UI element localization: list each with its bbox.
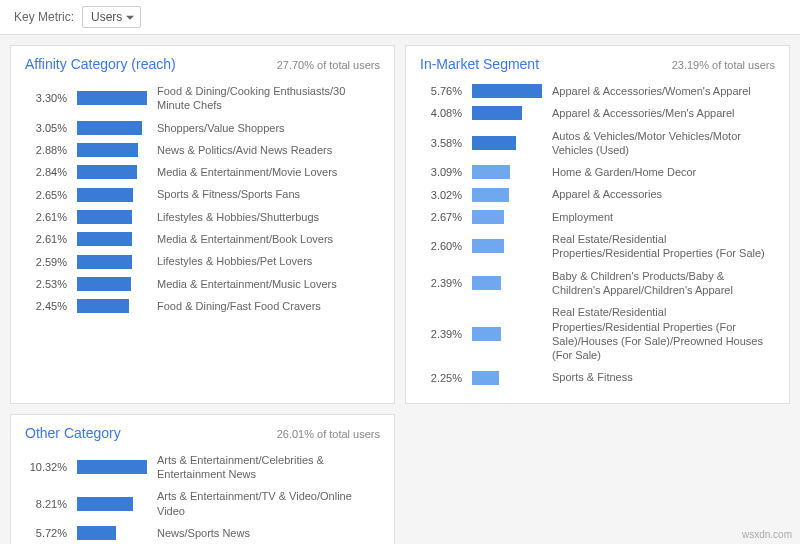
row-bar: [77, 526, 116, 540]
row-bar-slot: [77, 255, 147, 269]
other-header: Other Category 26.01% of total users: [25, 425, 380, 441]
row-bar-slot: [472, 276, 542, 290]
row-label: Lifestyles & Hobbies/Shutterbugs: [157, 210, 319, 224]
watermark: wsxdn.com: [742, 529, 792, 540]
list-item[interactable]: 2.39%Real Estate/Residential Properties/…: [420, 301, 775, 366]
row-percent: 3.02%: [420, 189, 462, 201]
row-bar: [472, 327, 501, 341]
list-item[interactable]: 2.45%Food & Dining/Fast Food Cravers: [25, 295, 380, 317]
list-item[interactable]: 3.02%Apparel & Accessories: [420, 183, 775, 205]
list-item[interactable]: 2.25%Sports & Fitness: [420, 366, 775, 388]
row-bar: [472, 276, 501, 290]
row-bar-slot: [77, 188, 147, 202]
list-item[interactable]: 2.60%Real Estate/Residential Properties/…: [420, 228, 775, 265]
inmarket-rows: 5.76%Apparel & Accessories/Women's Appar…: [420, 80, 775, 389]
row-label: Apparel & Accessories/Women's Apparel: [552, 84, 751, 98]
row-percent: 3.05%: [25, 122, 67, 134]
row-bar-slot: [77, 526, 147, 540]
list-item[interactable]: 2.59%Lifestyles & Hobbies/Pet Lovers: [25, 250, 380, 272]
row-percent: 2.59%: [25, 256, 67, 268]
list-item[interactable]: 3.58%Autos & Vehicles/Motor Vehicles/Mot…: [420, 125, 775, 162]
row-percent: 2.53%: [25, 278, 67, 290]
panels-grid: Affinity Category (reach) 27.70% of tota…: [0, 35, 800, 544]
row-label: Real Estate/Residential Properties/Resid…: [552, 305, 775, 362]
row-label: Shoppers/Value Shoppers: [157, 121, 285, 135]
list-item[interactable]: 10.32%Arts & Entertainment/Celebrities &…: [25, 449, 380, 486]
row-percent: 10.32%: [25, 461, 67, 473]
row-percent: 3.09%: [420, 166, 462, 178]
list-item[interactable]: 4.08%Apparel & Accessories/Men's Apparel: [420, 102, 775, 124]
row-bar-slot: [77, 165, 147, 179]
key-metric-dropdown[interactable]: Users: [82, 6, 141, 28]
row-percent: 2.60%: [420, 240, 462, 252]
row-percent: 2.39%: [420, 328, 462, 340]
other-total: 26.01% of total users: [277, 428, 380, 440]
list-item[interactable]: 3.05%Shoppers/Value Shoppers: [25, 117, 380, 139]
row-label: Real Estate/Residential Properties/Resid…: [552, 232, 775, 261]
row-percent: 2.39%: [420, 277, 462, 289]
row-label: Apparel & Accessories: [552, 187, 662, 201]
row-label: Sports & Fitness: [552, 370, 633, 384]
row-bar: [77, 460, 147, 474]
row-bar: [472, 210, 504, 224]
row-label: Media & Entertainment/Movie Lovers: [157, 165, 337, 179]
row-bar-slot: [472, 327, 542, 341]
list-item[interactable]: 3.09%Home & Garden/Home Decor: [420, 161, 775, 183]
row-label: News/Sports News: [157, 526, 250, 540]
row-bar: [472, 371, 499, 385]
affinity-header: Affinity Category (reach) 27.70% of tota…: [25, 56, 380, 72]
row-percent: 2.88%: [25, 144, 67, 156]
affinity-title[interactable]: Affinity Category (reach): [25, 56, 176, 72]
list-item[interactable]: 8.21%Arts & Entertainment/TV & Video/Onl…: [25, 485, 380, 522]
row-bar-slot: [77, 91, 147, 105]
list-item[interactable]: 2.88%News & Politics/Avid News Readers: [25, 139, 380, 161]
list-item[interactable]: 2.65%Sports & Fitness/Sports Fans: [25, 183, 380, 205]
affinity-panel: Affinity Category (reach) 27.70% of tota…: [10, 45, 395, 404]
list-item[interactable]: 2.39%Baby & Children's Products/Baby & C…: [420, 265, 775, 302]
list-item[interactable]: 2.53%Media & Entertainment/Music Lovers: [25, 273, 380, 295]
list-item[interactable]: 2.61%Media & Entertainment/Book Lovers: [25, 228, 380, 250]
row-bar: [77, 188, 133, 202]
row-bar: [77, 497, 133, 511]
row-bar-slot: [472, 136, 542, 150]
row-label: Apparel & Accessories/Men's Apparel: [552, 106, 734, 120]
list-item[interactable]: 2.84%Media & Entertainment/Movie Lovers: [25, 161, 380, 183]
row-percent: 2.61%: [25, 211, 67, 223]
row-label: Baby & Children's Products/Baby & Childr…: [552, 269, 775, 298]
row-bar: [472, 188, 509, 202]
row-label: Employment: [552, 210, 613, 224]
row-label: Sports & Fitness/Sports Fans: [157, 187, 300, 201]
row-bar: [77, 143, 138, 157]
row-bar-slot: [77, 143, 147, 157]
row-label: Food & Dining/Cooking Enthusiasts/30 Min…: [157, 84, 380, 113]
row-bar: [77, 299, 129, 313]
row-percent: 8.21%: [25, 498, 67, 510]
row-bar-slot: [472, 84, 542, 98]
list-item[interactable]: 5.72%News/Sports News: [25, 522, 380, 544]
row-percent: 2.84%: [25, 166, 67, 178]
row-bar-slot: [472, 165, 542, 179]
row-label: Food & Dining/Fast Food Cravers: [157, 299, 321, 313]
row-label: Autos & Vehicles/Motor Vehicles/Motor Ve…: [552, 129, 775, 158]
row-bar: [77, 232, 132, 246]
row-bar: [77, 165, 137, 179]
row-percent: 4.08%: [420, 107, 462, 119]
row-bar-slot: [77, 210, 147, 224]
row-label: News & Politics/Avid News Readers: [157, 143, 332, 157]
list-item[interactable]: 2.67%Employment: [420, 206, 775, 228]
list-item[interactable]: 3.30%Food & Dining/Cooking Enthusiasts/3…: [25, 80, 380, 117]
row-label: Media & Entertainment/Book Lovers: [157, 232, 333, 246]
row-bar: [77, 277, 131, 291]
row-bar-slot: [472, 188, 542, 202]
inmarket-title[interactable]: In-Market Segment: [420, 56, 539, 72]
row-bar-slot: [77, 460, 147, 474]
row-label: Arts & Entertainment/TV & Video/Online V…: [157, 489, 380, 518]
other-title[interactable]: Other Category: [25, 425, 121, 441]
row-percent: 3.30%: [25, 92, 67, 104]
affinity-total: 27.70% of total users: [277, 59, 380, 71]
list-item[interactable]: 2.61%Lifestyles & Hobbies/Shutterbugs: [25, 206, 380, 228]
key-metric-selected: Users: [91, 10, 122, 24]
row-label: Home & Garden/Home Decor: [552, 165, 696, 179]
list-item[interactable]: 5.76%Apparel & Accessories/Women's Appar…: [420, 80, 775, 102]
other-panel: Other Category 26.01% of total users 10.…: [10, 414, 395, 544]
